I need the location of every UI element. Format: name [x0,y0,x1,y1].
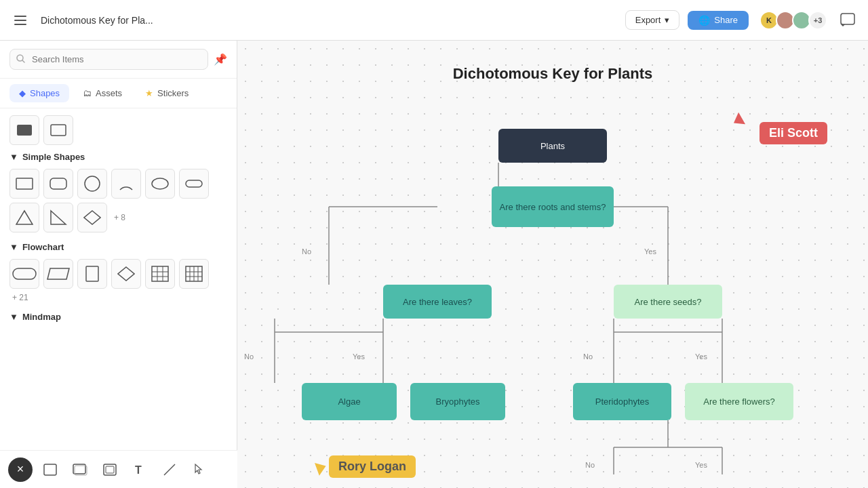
node-roots[interactable]: Are there roots and stems? [492,186,614,227]
svg-rect-12 [186,180,202,187]
svg-rect-35 [106,466,114,473]
shape-rectangle-solid[interactable] [9,115,39,145]
label-no-1: No [302,247,311,256]
label-yes-2: Yes [353,352,365,361]
menu-button[interactable] [8,8,33,33]
shape-rect[interactable] [9,169,39,199]
export-button[interactable]: Export ▾ [625,10,680,30]
category-mindmap[interactable]: ▼ Mindmap [9,312,227,322]
svg-rect-7 [51,125,66,136]
chat-button[interactable] [835,8,860,33]
search-wrap [9,49,208,70]
assets-icon: 🗂 [83,88,92,98]
label-yes-1: Yes [644,247,656,256]
main-layout: 📌 ◆ Shapes 🗂 Assets ★ Stickers [0,41,868,488]
shape-ellipse[interactable] [145,169,175,199]
shape-diamond-fc[interactable] [111,259,141,289]
export-chevron-icon: ▾ [665,15,669,25]
tab-assets-label: Assets [96,88,122,98]
canvas[interactable]: Dichotomous Key for Plants [237,41,868,488]
svg-text:T: T [135,464,142,476]
svg-point-11 [152,178,168,189]
category-simple-shapes[interactable]: ▼ Simple Shapes [9,152,227,162]
shape-rounded-rect2[interactable] [179,169,209,199]
category-label: Simple Shapes [22,152,85,162]
collaborators: K +3 [760,11,827,30]
shapes-icon: ◆ [19,88,26,98]
connectors-svg [237,41,868,488]
node-bryophytes[interactable]: Bryophytes [410,383,505,420]
svg-rect-2 [14,24,26,25]
category-flowchart[interactable]: ▼ Flowchart [9,242,227,252]
label-no-4: No [585,461,595,469]
arrow-down-icon: ▼ [9,152,18,162]
shape-circle[interactable] [77,169,107,199]
shape-right-triangle[interactable] [43,203,73,232]
tab-shapes-label: Shapes [30,88,60,98]
simple-shapes-more: + 8 [114,213,125,222]
label-no-3: No [583,352,593,361]
svg-marker-17 [47,268,69,279]
search-input[interactable] [9,49,208,70]
tool-rect-double[interactable] [68,458,92,482]
svg-rect-1 [14,20,26,21]
tool-text[interactable]: T [127,458,152,482]
arrow-down-icon-fc: ▼ [9,242,18,252]
label-yes-3: Yes [695,352,707,361]
shape-rectangle-outline[interactable] [43,115,73,145]
close-button[interactable]: × [8,458,33,482]
avatar-more: +3 [808,11,827,30]
node-seeds[interactable]: Are there seeds? [614,285,722,319]
node-leaves[interactable]: Are there leaves? [383,285,492,319]
svg-line-37 [164,464,175,475]
cursor-arrow-eli [730,113,745,129]
cursor-rory: Rory Logan [329,455,416,478]
svg-rect-6 [17,125,32,136]
label-no-2: No [244,352,254,361]
tab-assets[interactable]: 🗂 Assets [73,84,132,102]
sidebar-tabs: ◆ Shapes 🗂 Assets ★ Stickers [0,79,237,108]
shape-rect-fc[interactable] [77,259,107,289]
svg-rect-3 [841,14,854,24]
node-plants[interactable]: Plants [498,129,607,163]
tool-frame[interactable] [98,458,122,482]
cursor-arrow-rory [315,460,328,476]
document-title: Dichotomous Key for Pla... [41,15,617,26]
shape-grid4[interactable] [179,259,209,289]
svg-marker-19 [118,267,134,281]
shape-parallelogram[interactable] [43,259,73,289]
flowchart-grid: + 21 [9,259,227,302]
tool-pointer[interactable] [187,458,212,482]
label-yes-4: Yes [695,461,707,469]
node-flowers[interactable]: Are there flowers? [685,383,793,420]
tool-line[interactable] [157,458,182,482]
shape-stadium[interactable] [9,259,39,289]
cursor-eli: Eli Scott [760,122,827,144]
node-algae[interactable]: Algae [302,383,397,420]
tab-stickers[interactable]: ★ Stickers [136,84,198,102]
shape-arc[interactable] [111,169,141,199]
svg-rect-9 [50,178,66,189]
stickers-icon: ★ [145,88,153,98]
svg-line-5 [22,60,24,62]
svg-rect-20 [152,266,168,281]
tab-shapes[interactable]: ◆ Shapes [9,84,69,102]
shapes-list: ▼ Simple Shapes [0,108,237,453]
sidebar: 📌 ◆ Shapes 🗂 Assets ★ Stickers [0,41,237,488]
shape-triangle[interactable] [9,203,39,232]
diagram-title: Dichotomous Key for Plants [453,65,653,83]
header: Dichotomous Key for Pla... Export ▾ 🌐 Sh… [0,0,868,41]
bottom-toolbar: × T [0,450,237,488]
tool-rect[interactable] [38,458,62,482]
arrow-down-icon-mm: ▼ [9,312,18,322]
search-icon [16,54,25,65]
node-pteridophytes[interactable]: Pteridophytes [573,383,671,420]
shape-diamond[interactable] [77,203,107,232]
simple-shapes-grid: + 8 [9,169,227,232]
svg-rect-31 [44,464,56,475]
export-label: Export [635,15,661,25]
shape-rounded-rect[interactable] [43,169,73,199]
shape-grid3[interactable] [145,259,175,289]
share-button[interactable]: 🌐 Share [688,11,749,30]
pin-button[interactable]: 📌 [214,53,227,66]
